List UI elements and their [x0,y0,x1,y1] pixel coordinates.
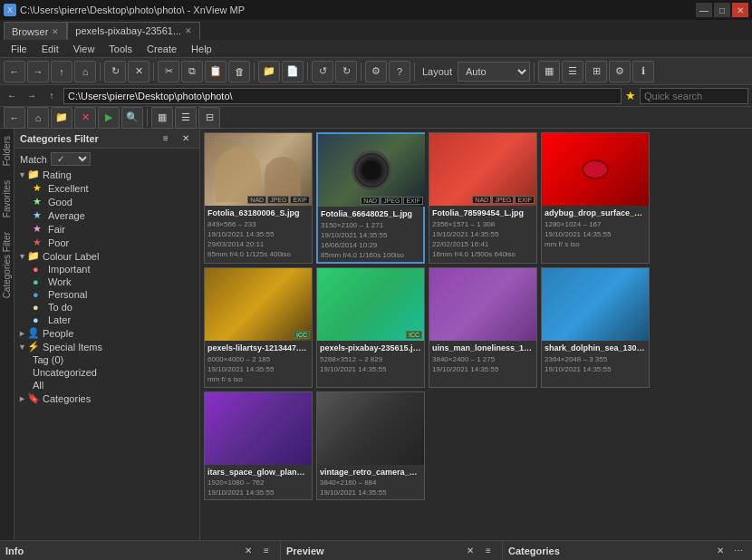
bookmark-star[interactable]: ★ [625,89,636,102]
thumb-dims: 3150×2100 – 1 271 [321,220,420,230]
match-select[interactable]: ✓ All Any [51,152,91,166]
toolbar-help[interactable]: ? [389,61,410,82]
thumbnail-item[interactable]: vintage_retro_camera_1265... 3840×2160 –… [316,391,425,501]
toolbar-rotate-l[interactable]: ↺ [312,61,333,82]
search-input[interactable] [640,88,748,104]
toolbar-newfile[interactable]: 📄 [282,61,304,82]
tree-uncategorized[interactable]: Uncategorized [14,366,199,379]
toolbar-rotate-r[interactable]: ↻ [335,61,357,82]
thumbnail-item[interactable]: ICCpexels-lilartsy-1213447.jpg 6000×4000… [204,267,313,387]
maximize-button[interactable]: □ [714,3,730,17]
tree-important[interactable]: ● Important [14,263,199,275]
tab-photo-close[interactable]: ✕ [185,26,192,35]
tree-categories[interactable]: ► 🔖 Categories [14,391,199,405]
toolbar-up[interactable]: ↑ [51,61,72,82]
menu-tools[interactable]: Tools [101,42,140,56]
toolbar-paste[interactable]: 📋 [205,61,227,82]
address-input[interactable] [63,88,622,104]
menu-edit[interactable]: Edit [34,42,66,56]
info-panel-menu[interactable]: ≡ [258,543,275,559]
thumbnail-item[interactable]: uins_man_loneliness_12427... 3840×2400 –… [429,267,537,387]
cat-close[interactable]: ✕ [712,543,728,559]
sidebar-btn-2[interactable]: ✕ [178,130,194,147]
thumbnail-item[interactable]: adybug_drop_surface_1062... 1280×1024 – … [541,132,650,264]
tree-later[interactable]: ● Later [14,314,199,326]
preview-close[interactable]: ✕ [462,543,478,559]
toolbar-view3[interactable]: ⊞ [585,61,607,82]
addr-back[interactable]: ← [4,88,20,104]
toolbar-copy[interactable]: ⧉ [181,61,203,82]
nav-btn-4[interactable]: ✕ [74,107,96,129]
toolbar-view1[interactable]: ▦ [538,61,560,82]
addr-up[interactable]: ↑ [43,88,60,104]
tree-excellent[interactable]: ★ Excellent [14,181,199,195]
thumbnail-item[interactable]: NADJPEGEXIFFotolia_66648025_L.jpg 3150×2… [316,132,425,264]
preview-panel-controls[interactable]: ✕ ≡ [462,543,497,559]
nav-btn-view[interactable]: ▦ [151,107,173,129]
tree-people[interactable]: ► 👤 People [14,326,199,340]
info-panel-close[interactable]: ✕ [240,543,256,559]
tree-rating[interactable]: ▼ 📁 Rating [14,168,199,181]
tree-good[interactable]: ★ Good [14,195,199,208]
toolbar-delete[interactable]: 🗑 [228,61,250,82]
nav-btn-2[interactable]: ⌂ [27,107,49,129]
tree-todo[interactable]: ● To do [14,301,199,314]
tab-browser[interactable]: Browser ✕ [4,22,67,40]
excellent-label: Excellent [48,183,89,194]
thumbnail-item[interactable]: NADJPEGEXIFFotolia_63180006_S.jpg 849×56… [204,132,313,264]
tree-all[interactable]: All [14,379,199,391]
thumbnail-item[interactable]: ICCpexels-pixabay-235615.jpg 5268×3512 –… [316,267,425,387]
toolbar-info[interactable]: ℹ [632,61,654,82]
menu-help[interactable]: Help [184,42,219,56]
tree-special-items[interactable]: ▼ ⚡ Special Items [14,340,199,353]
toolbar-settings[interactable]: ⚙ [365,61,387,82]
vtab-categories-filter[interactable]: Categories Filter [0,225,14,305]
thumbnail-item[interactable]: itars_space_glow_planet_99... 1920×1080 … [204,391,313,501]
bottom-panel: Info ✕ ≡ Properties Histogram EXIF IPTC-… [0,540,752,560]
toolbar-folder[interactable]: 📁 [258,61,280,82]
tree-poor[interactable]: ★ Poor [14,236,199,249]
nav-btn-3[interactable]: 📁 [51,107,72,129]
info-panel-controls[interactable]: ✕ ≡ [240,543,275,559]
layout-dropdown[interactable]: Auto Horizontal Vertical [458,62,530,82]
categories-panel-controls[interactable]: ✕ ⋯ [712,543,747,559]
addr-forward[interactable]: → [24,88,40,104]
tree-personal[interactable]: ● Personal [14,288,199,301]
sidebar-header-controls[interactable]: ≡ ✕ [158,130,194,147]
menu-view[interactable]: View [66,42,102,56]
thumb-meta: mm f/ s iso [545,239,646,249]
vtab-folders[interactable]: Folders [0,129,14,173]
tab-browser-close[interactable]: ✕ [52,27,59,36]
nav-btn-list[interactable]: ☰ [175,107,197,129]
toolbar-settings2[interactable]: ⚙ [609,61,631,82]
tree-colour-label[interactable]: ▼ 📁 Colour Label [14,249,199,263]
close-button[interactable]: ✕ [732,3,748,17]
thumbnail-item[interactable]: shark_dolphin_sea_130036... 2364×2048 – … [541,267,650,387]
tab-photo[interactable]: pexels-pixabay-23561... ✕ [67,22,200,40]
preview-menu[interactable]: ≡ [480,543,497,559]
title-bar-controls[interactable]: — □ ✕ [696,3,748,17]
toolbar-cut[interactable]: ✂ [158,61,179,82]
minimize-button[interactable]: — [696,3,712,17]
toolbar-home[interactable]: ⌂ [74,61,96,82]
nav-btn-5[interactable]: ▶ [98,107,120,129]
thumbnail-item[interactable]: NADJPEGEXIFFotolia_78599454_L.jpg 2356×1… [429,132,537,264]
tree-work[interactable]: ● Work [14,275,199,288]
toolbar-back[interactable]: ← [4,61,25,82]
sidebar-btn-1[interactable]: ≡ [158,130,174,147]
tree-average[interactable]: ★ Average [14,208,199,222]
menu-create[interactable]: Create [140,42,184,56]
nav-btn-6[interactable]: 🔍 [121,107,143,129]
cat-menu[interactable]: ⋯ [730,543,747,559]
nav-btn-detail[interactable]: ⊟ [198,107,220,129]
vtab-favorites[interactable]: Favorites [0,173,14,225]
nav-btn-1[interactable]: ← [4,107,25,129]
title-bar-left: X C:\Users\pierre\Desktop\photo\photo\ -… [4,4,245,16]
toolbar-refresh[interactable]: ↻ [104,61,126,82]
tree-fair[interactable]: ★ Fair [14,222,199,236]
tree-tag[interactable]: Tag (0) [14,353,199,366]
toolbar-view2[interactable]: ☰ [562,61,583,82]
menu-file[interactable]: File [4,42,34,56]
toolbar-stop[interactable]: ✕ [128,61,149,82]
toolbar-forward[interactable]: → [27,61,49,82]
